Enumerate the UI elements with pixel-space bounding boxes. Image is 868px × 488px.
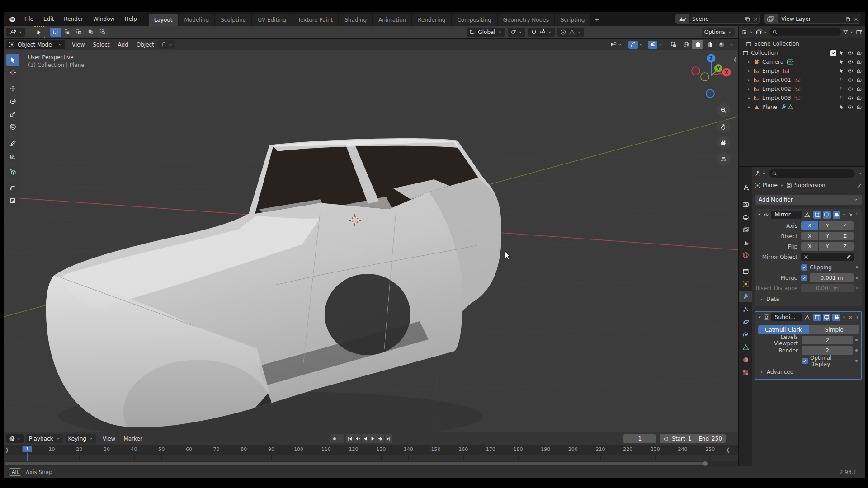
mirror-flip-x-button[interactable]: X — [801, 242, 818, 251]
mirror-flip-y-button[interactable]: Y — [819, 242, 836, 251]
tool-extra-corner-icon[interactable] — [6, 182, 19, 194]
active-tool-select-box[interactable] — [33, 26, 45, 38]
viewport-menu-add[interactable]: Add — [114, 42, 132, 48]
tool-scale-icon[interactable] — [6, 108, 19, 120]
render-levels-animate-dot[interactable] — [853, 349, 859, 352]
view-layer-icon[interactable] — [765, 14, 778, 23]
remove-view-layer-button[interactable] — [852, 17, 860, 22]
view-layer-selector[interactable]: View Layer — [764, 14, 860, 24]
properties-tab-scene-icon[interactable] — [739, 236, 752, 248]
hide-icon[interactable] — [847, 86, 854, 92]
selectable-icon[interactable] — [839, 104, 844, 110]
jump-to-start-button[interactable] — [346, 434, 354, 443]
disable-render-icon[interactable] — [856, 104, 862, 110]
tab-uv-editing[interactable]: UV Editing — [252, 14, 292, 26]
camera-view-icon[interactable] — [717, 136, 730, 149]
tab-scripting[interactable]: Scripting — [555, 14, 590, 26]
mirror-bisect-y-button[interactable]: Y — [819, 232, 836, 240]
menu-render[interactable]: Render — [59, 12, 88, 26]
viewport-menu-select[interactable]: Select — [89, 42, 113, 48]
levels-viewport-field[interactable]: 2 — [802, 336, 853, 344]
hide-icon[interactable] — [847, 68, 854, 74]
proportional-editing-controls[interactable] — [557, 28, 584, 37]
disable-render-icon[interactable] — [856, 59, 862, 65]
shading-dropdown[interactable] — [729, 42, 734, 47]
editor-type-button[interactable] — [6, 28, 25, 37]
tool-annotate-icon[interactable] — [6, 137, 19, 149]
properties-editor-type-button[interactable] — [755, 170, 766, 177]
zoom-icon[interactable] — [717, 103, 730, 117]
mirror-bisect-x-button[interactable]: X — [801, 232, 818, 240]
outliner-row-empty-002[interactable]: Empty.002 — [745, 84, 865, 94]
properties-tab-texture-icon[interactable] — [739, 366, 752, 378]
properties-tab-particles-icon[interactable] — [739, 303, 752, 315]
optimal-display-animate-dot[interactable] — [853, 360, 859, 362]
merge-threshold-field[interactable]: 0.001 m — [810, 273, 854, 282]
properties-tab-view-layer-icon[interactable] — [739, 224, 752, 235]
gizmos-toggle[interactable] — [627, 40, 644, 49]
collection-checkbox[interactable] — [830, 50, 836, 56]
pivot-point-dropdown[interactable] — [508, 28, 525, 37]
tab-shading[interactable]: Shading — [339, 14, 372, 26]
region-collapse-arrow[interactable]: ❮ — [733, 56, 737, 62]
mirror-realtime-toggle[interactable] — [823, 211, 831, 219]
properties-tab-collection-icon[interactable] — [739, 265, 752, 277]
object-visibility-dropdown[interactable] — [607, 40, 625, 49]
mirror-bisect-z-button[interactable]: Z — [836, 232, 854, 240]
merge-animate-dot[interactable] — [854, 277, 860, 279]
pin-icon[interactable] — [856, 183, 862, 188]
outliner-row-scene-collection[interactable]: Scene Collection — [739, 39, 865, 48]
hide-icon[interactable] — [847, 104, 854, 110]
subdivision-editmode-toggle[interactable] — [813, 314, 821, 321]
subdivision-vertex-group-toggle[interactable] — [803, 314, 811, 321]
mirror-flip-z-button[interactable]: Z — [836, 242, 854, 251]
mirror-extras-dropdown[interactable] — [842, 212, 846, 217]
select-mode-subtract[interactable] — [73, 28, 85, 37]
shading-wireframe-button[interactable] — [680, 40, 692, 49]
hide-icon[interactable] — [847, 77, 854, 83]
timeline-track-area[interactable] — [4, 455, 738, 461]
subdivision-realtime-toggle[interactable] — [823, 314, 830, 321]
mirror-panel-header[interactable]: Mirror — [755, 209, 862, 220]
selectable-icon[interactable] — [839, 77, 844, 83]
shading-material-button[interactable] — [704, 40, 715, 49]
disable-render-icon[interactable] — [856, 50, 862, 56]
hide-icon[interactable] — [847, 59, 854, 65]
mirror-axis-z-button[interactable]: Z — [836, 221, 854, 230]
timeline-ruler[interactable]: ❯ ❮ 102030405060708090100110120130140150… — [4, 445, 738, 455]
add-modifier-button[interactable]: Add Modifier — [755, 195, 862, 205]
add-workspace-button[interactable]: + — [591, 14, 603, 26]
transform-orientation-dropdown[interactable]: Global — [467, 28, 505, 37]
disable-render-icon[interactable] — [856, 77, 862, 83]
tab-animation[interactable]: Animation — [373, 14, 411, 26]
render-levels-field[interactable]: 2 — [802, 346, 853, 355]
subdivision-delete-button[interactable] — [848, 315, 853, 320]
menu-edit[interactable]: Edit — [38, 12, 59, 26]
current-frame-marker[interactable]: 1 — [23, 446, 32, 452]
scene-name[interactable]: Scene — [689, 16, 727, 22]
frame-range-fields[interactable]: Start 1 End 250 — [660, 434, 726, 443]
properties-tab-modifiers-icon[interactable] — [739, 291, 752, 302]
tab-texture-paint[interactable]: Texture Paint — [292, 14, 338, 26]
current-frame-field[interactable]: 1 — [623, 434, 656, 443]
shading-rendered-button[interactable] — [716, 40, 727, 49]
properties-tab-world-icon[interactable] — [739, 249, 752, 261]
timeline-menu-playback[interactable]: Playback — [26, 434, 63, 443]
new-view-layer-button[interactable] — [844, 16, 852, 22]
tool-move-icon[interactable] — [6, 83, 19, 95]
timeline-expand-arrow[interactable]: ❯ — [5, 447, 9, 453]
timeline-menu-marker[interactable]: Marker — [119, 436, 146, 442]
mirror-object-field[interactable] — [801, 253, 854, 261]
tab-rendering[interactable]: Rendering — [412, 14, 451, 26]
mirror-name-field[interactable]: Mirror — [771, 211, 802, 219]
selectable-icon[interactable] — [839, 95, 844, 101]
select-mode-new[interactable] — [50, 28, 61, 37]
subdivision-type-catmull-clark-button[interactable]: Catmull-Clark — [758, 325, 809, 334]
tool-rotate-icon[interactable] — [6, 95, 19, 108]
new-collection-button[interactable] — [856, 29, 863, 35]
properties-tab-data-icon[interactable] — [739, 341, 752, 353]
tab-geometry-nodes[interactable]: Geometry Nodes — [498, 14, 554, 26]
mirror-editmode-toggle[interactable] — [813, 211, 821, 219]
levels-viewport-animate-dot[interactable] — [853, 339, 859, 341]
menu-window[interactable]: Window — [88, 12, 119, 26]
